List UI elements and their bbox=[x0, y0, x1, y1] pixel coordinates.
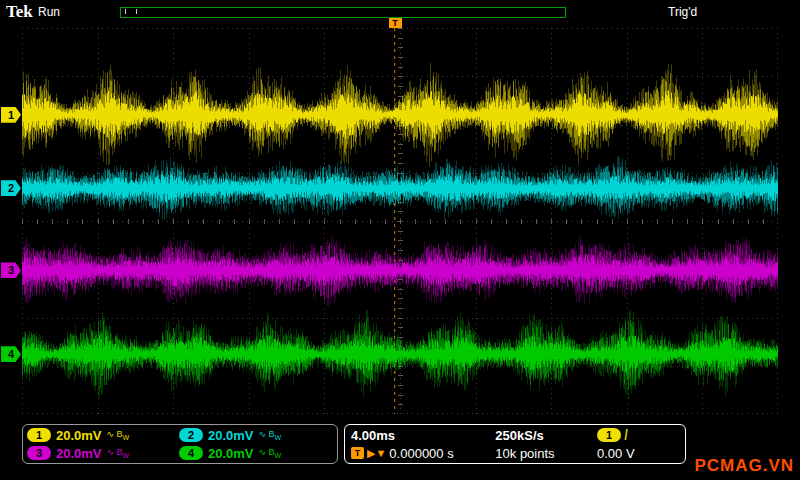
channel4-scale: 20.0mV bbox=[208, 446, 254, 461]
channel4-readout: 4 20.0mV ∿ BW bbox=[179, 446, 331, 461]
channel3-scale: 20.0mV bbox=[56, 446, 102, 461]
channel1-readout: 1 20.0mV ∿ BW bbox=[27, 428, 179, 443]
channel3-badge: 3 bbox=[27, 446, 51, 460]
oscilloscope-screen: Tek Run Trig'd T 1 2 3 4 1 20.0mV ∿ BW 2… bbox=[0, 0, 800, 480]
channel4-ground-marker: 4 bbox=[1, 346, 21, 362]
timebase-trigger-box: 4.00ms 250kS/s 1 / T ▶▼ 0.000000 s 10k p… bbox=[344, 424, 686, 464]
record-view-bracket bbox=[125, 9, 137, 14]
channel1-ground-marker: 1 bbox=[1, 107, 21, 123]
trigger-slope-icon: / bbox=[624, 427, 627, 443]
channel4-coupling-bandwidth-icon: ∿ BW bbox=[259, 447, 282, 459]
waveform-canvas bbox=[22, 28, 778, 414]
channel3-coupling-bandwidth-icon: ∿ BW bbox=[107, 447, 130, 459]
channel2-ground-marker: 2 bbox=[1, 180, 21, 196]
channel4-badge: 4 bbox=[179, 446, 203, 460]
channel2-coupling-bandwidth-icon: ∿ BW bbox=[259, 429, 282, 441]
graticule bbox=[22, 28, 778, 414]
channel1-scale: 20.0mV bbox=[56, 428, 102, 443]
channel-readouts: 1 20.0mV ∿ BW 2 20.0mV ∿ BW 3 20.0mV ∿ B… bbox=[22, 424, 338, 464]
trigger-t-mini-icon: T bbox=[351, 447, 364, 459]
tek-logo: Tek bbox=[6, 2, 33, 22]
horizontal-position: 0.000000 s bbox=[389, 446, 453, 461]
record-length: 10k points bbox=[495, 446, 597, 461]
channel2-scale: 20.0mV bbox=[208, 428, 254, 443]
channel2-readout: 2 20.0mV ∿ BW bbox=[179, 428, 331, 443]
record-view-bar bbox=[120, 7, 566, 18]
acquisition-status: Run bbox=[38, 5, 60, 19]
position-arrow-icon: ▶▼ bbox=[367, 447, 386, 460]
sample-rate: 250kS/s bbox=[495, 428, 597, 443]
channel1-coupling-bandwidth-icon: ∿ BW bbox=[107, 429, 130, 441]
channel3-ground-marker: 3 bbox=[1, 262, 21, 278]
channel3-readout: 3 20.0mV ∿ BW bbox=[27, 446, 179, 461]
trigger-level: 0.00 V bbox=[597, 446, 679, 461]
watermark: PCMAG.VN bbox=[694, 456, 794, 476]
channel-readout-row-2: 3 20.0mV ∿ BW 4 20.0mV ∿ BW bbox=[27, 444, 333, 462]
trigger-status: Trig'd bbox=[668, 5, 697, 19]
timebase-scale: 4.00ms bbox=[351, 428, 495, 443]
horizontal-position-cell: T ▶▼ 0.000000 s bbox=[351, 446, 495, 461]
channel1-badge: 1 bbox=[27, 428, 51, 442]
trigger-source-badge: 1 bbox=[597, 428, 621, 442]
trigger-source-cell: 1 / bbox=[597, 427, 679, 443]
channel-readout-row-1: 1 20.0mV ∿ BW 2 20.0mV ∿ BW bbox=[27, 426, 333, 444]
channel2-badge: 2 bbox=[179, 428, 203, 442]
